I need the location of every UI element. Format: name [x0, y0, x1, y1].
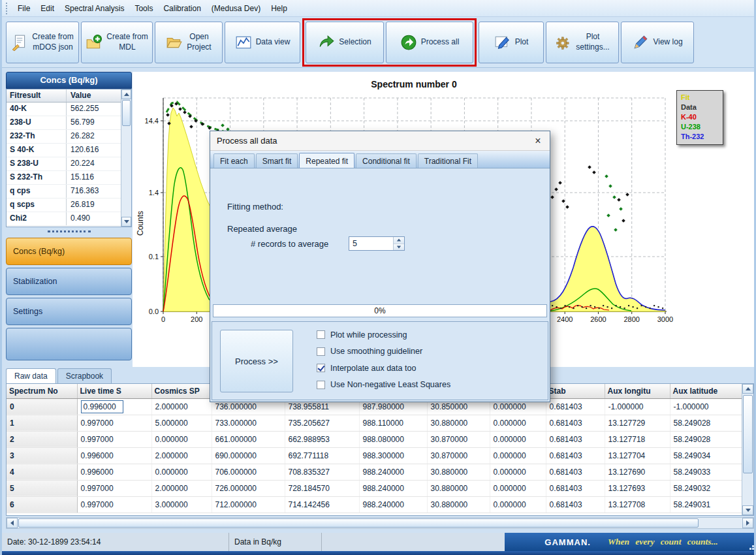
dialog-tab-conditional-fit[interactable]: Conditional fit — [356, 153, 417, 168]
cell[interactable]: 0.997000 — [77, 415, 151, 431]
cell[interactable]: 708.835327 — [285, 464, 359, 480]
cell[interactable]: 662.988953 — [285, 431, 359, 447]
process-button[interactable]: Process >> — [220, 330, 293, 392]
cell[interactable]: 728.184570 — [285, 480, 359, 496]
cell[interactable]: 988.240000 — [359, 464, 427, 480]
cell[interactable]: 0.997000 — [77, 431, 151, 447]
scroll-down-button[interactable] — [742, 505, 753, 515]
cell[interactable]: 13.127708 — [605, 496, 670, 513]
cell[interactable]: 0.000000 — [151, 464, 212, 480]
cell[interactable]: 988.240000 — [359, 480, 427, 496]
scroll-left-button[interactable] — [7, 518, 18, 528]
column-header-live-time-s[interactable]: Live time S — [77, 384, 151, 398]
cell[interactable]: 58.249033 — [670, 464, 743, 480]
cell[interactable]: 30.880000 — [427, 415, 490, 431]
dialog-title-bar[interactable]: Process all data × — [210, 131, 550, 151]
cell[interactable]: 2.000000 — [151, 447, 212, 464]
menu-item-medusa-dev[interactable]: (Medusa Dev) — [206, 1, 266, 16]
cell[interactable]: 30.880000 — [427, 496, 490, 513]
column-header-stab[interactable]: Stab — [546, 384, 605, 398]
cell[interactable]: 3.000000 — [151, 496, 212, 513]
cell[interactable]: 2.000000 — [151, 398, 212, 415]
menu-item-help[interactable]: Help — [266, 1, 292, 16]
cell[interactable]: 30.880000 — [427, 464, 490, 480]
cell[interactable]: 58.249031 — [670, 496, 743, 513]
row-header[interactable]: 3 — [7, 447, 77, 464]
scroll-down-button[interactable] — [121, 217, 131, 227]
close-icon[interactable]: × — [526, 135, 550, 147]
toolbar-button-create-from-mdl[interactable]: Create fromMDL — [81, 22, 153, 63]
dialog-tab-smart-fit[interactable]: Smart fit — [256, 153, 298, 168]
cell[interactable]: -1.000000 — [605, 398, 670, 415]
cell[interactable]: 726.000000 — [212, 480, 285, 496]
cell[interactable]: 30.870000 — [427, 431, 490, 447]
cell[interactable]: 0.000000 — [490, 431, 546, 447]
scroll-thumb[interactable] — [743, 395, 753, 473]
cell[interactable]: 0.000000 — [490, 496, 546, 513]
fit-col-value[interactable]: Value — [67, 89, 121, 102]
toolbar-button-open-project[interactable]: OpenProject — [155, 22, 223, 63]
spinner-up-button[interactable] — [394, 237, 404, 244]
cell[interactable]: 58.249032 — [670, 480, 743, 496]
nav-button-empty[interactable] — [6, 328, 132, 360]
dialog-tab-fit-each[interactable]: Fit each — [213, 153, 255, 168]
scroll-right-button[interactable] — [742, 518, 753, 528]
row-header[interactable]: 0 — [7, 398, 77, 415]
menu-item-file[interactable]: File — [12, 1, 35, 16]
row-header[interactable]: 4 — [7, 464, 77, 480]
column-header-aux-longitu[interactable]: Aux longitu — [605, 384, 670, 398]
row-header[interactable]: 2 — [7, 431, 77, 447]
scroll-up-button[interactable] — [742, 384, 753, 394]
cell[interactable]: 661.000000 — [212, 431, 285, 447]
checkbox-use-non-negative-least-squares[interactable] — [317, 381, 325, 389]
cell[interactable]: 0.681403 — [546, 398, 605, 415]
cell[interactable]: 0.681403 — [546, 415, 605, 431]
tab-scrapbook[interactable]: Scrapbook — [57, 368, 112, 383]
cell[interactable]: 0.000000 — [490, 480, 546, 496]
records-input[interactable]: 5 — [349, 237, 393, 250]
cell[interactable]: 0.681403 — [546, 447, 605, 464]
cell[interactable]: 13.127729 — [605, 415, 670, 431]
cell[interactable]: 0.000000 — [490, 464, 546, 480]
menu-item-calibration[interactable]: Calibration — [158, 1, 206, 16]
menu-item-spectral-analysis[interactable]: Spectral Analysis — [59, 1, 129, 16]
cell[interactable]: 58.249028 — [670, 415, 743, 431]
cell[interactable]: 58.249034 — [670, 447, 743, 464]
raw-table-scrollbar[interactable] — [742, 384, 753, 515]
toolbar-button-process-all[interactable]: Process all — [386, 22, 473, 63]
cell[interactable]: 0.681403 — [546, 496, 605, 513]
dialog-tab-repeated-fit[interactable]: Repeated fit — [299, 153, 354, 168]
scroll-up-button[interactable] — [121, 89, 131, 99]
cell[interactable]: 706.000000 — [212, 464, 285, 480]
fit-table-scrollbar[interactable] — [121, 89, 131, 227]
nav-button-concs-bq-kg[interactable]: Concs (Bq/kg) — [6, 238, 132, 265]
cell[interactable]: 5.000000 — [151, 415, 212, 431]
cell[interactable]: 0.996000 — [77, 398, 151, 415]
horizontal-scrollbar[interactable] — [6, 517, 754, 529]
spinner-down-button[interactable] — [394, 244, 404, 251]
cell[interactable]: 13.127693 — [605, 480, 670, 496]
cell[interactable]: 988.240000 — [359, 496, 427, 513]
toolbar-button-plot[interactable]: Plot — [479, 22, 544, 63]
checkbox-use-smoothing-guideliner[interactable] — [317, 347, 325, 356]
cell[interactable]: 692.771118 — [285, 447, 359, 464]
column-header-aux-latitude[interactable]: Aux latitude — [670, 384, 743, 398]
cell[interactable]: 30.880000 — [427, 480, 490, 496]
cell[interactable]: 714.142456 — [285, 496, 359, 513]
cell[interactable]: 58.249028 — [670, 431, 743, 447]
cell[interactable]: 690.000000 — [212, 447, 285, 464]
cell[interactable]: 0.997000 — [77, 496, 151, 513]
cell[interactable]: 0.996000 — [77, 464, 151, 480]
cell[interactable]: 0.681403 — [546, 464, 605, 480]
checkbox-plot-while-processing[interactable] — [317, 330, 325, 339]
checkbox-interpolate-aux-data-too[interactable] — [317, 364, 325, 372]
menu-item-tools[interactable]: Tools — [129, 1, 158, 16]
cell[interactable]: 13.127690 — [605, 464, 670, 480]
cell[interactable]: 2.000000 — [151, 480, 212, 496]
cell[interactable]: 0.000000 — [151, 431, 212, 447]
row-header[interactable]: 6 — [7, 496, 77, 513]
cell[interactable]: 0.996000 — [77, 447, 151, 464]
cell[interactable]: 712.000000 — [212, 496, 285, 513]
row-header[interactable]: 1 — [7, 415, 77, 431]
cell[interactable]: 733.000000 — [212, 415, 285, 431]
